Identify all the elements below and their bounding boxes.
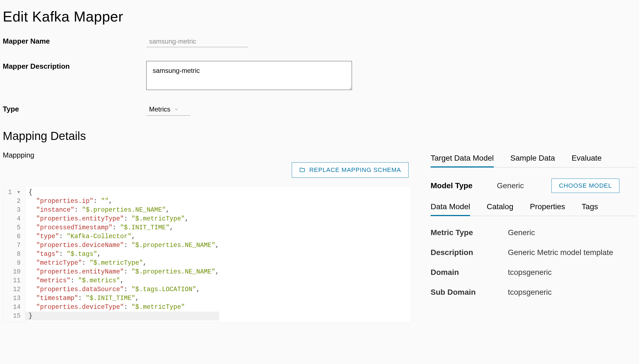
choose-model-button[interactable]: CHOOSE MODEL bbox=[551, 179, 619, 193]
replace-btn-label: REPLACE MAPPING SCHEMA bbox=[309, 166, 401, 174]
editor-gutter: 1 ▾23456789101112131415 bbox=[3, 186, 25, 322]
field-value: Generic bbox=[508, 228, 535, 237]
field-value: tcopsgeneric bbox=[508, 288, 552, 297]
type-value: Metrics bbox=[149, 105, 170, 113]
line-number: 10 bbox=[8, 267, 22, 276]
subtab-tags[interactable]: Tags bbox=[582, 202, 598, 216]
code-line[interactable]: "properties.entityName": "$.properties.N… bbox=[29, 267, 219, 276]
code-line[interactable]: "properties.dataSource": "$.tags.LOCATIO… bbox=[29, 285, 219, 294]
line-number: 2 bbox=[8, 197, 22, 206]
field-label: Metric Type bbox=[431, 228, 508, 237]
page-title: Edit Kafka Mapper bbox=[3, 8, 636, 25]
field-label: Description bbox=[431, 248, 508, 257]
field-value: tcopsgeneric bbox=[508, 268, 552, 277]
subtab-properties[interactable]: Properties bbox=[530, 202, 565, 216]
data-model-fields: Metric TypeGenericDescriptionGeneric Met… bbox=[431, 228, 636, 297]
subtab-data-model[interactable]: Data Model bbox=[431, 202, 470, 216]
field-value: Generic Metric model template bbox=[508, 248, 613, 257]
code-line[interactable]: { bbox=[29, 188, 219, 197]
line-number: 6 bbox=[8, 232, 22, 241]
subtabs: Data ModelCatalogPropertiesTags bbox=[431, 202, 636, 216]
field-row: DescriptionGeneric Metric model template bbox=[431, 248, 636, 257]
line-number: 13 bbox=[8, 294, 22, 303]
line-number: 3 bbox=[8, 206, 22, 214]
code-editor[interactable]: 1 ▾23456789101112131415 { "properties.ip… bbox=[3, 186, 411, 322]
model-type-value: Generic bbox=[497, 181, 524, 190]
type-label: Type bbox=[3, 104, 146, 113]
line-number: 1 ▾ bbox=[8, 188, 22, 197]
folder-icon bbox=[299, 167, 305, 173]
mapping-details-title: Mapping Details bbox=[3, 129, 636, 143]
line-number: 15 bbox=[8, 312, 22, 320]
code-line[interactable]: "type": "Kafka-Collector", bbox=[29, 232, 219, 241]
model-type-label: Model Type bbox=[431, 181, 478, 190]
code-line[interactable]: "metrics": "$.metrics", bbox=[29, 276, 219, 285]
field-label: Sub Domain bbox=[431, 288, 508, 297]
code-line[interactable]: "instance": "$.properties.NE_NAME", bbox=[29, 206, 219, 214]
line-number: 9 bbox=[8, 259, 22, 267]
subtab-catalog[interactable]: Catalog bbox=[487, 202, 513, 216]
mapper-name-input[interactable] bbox=[146, 36, 248, 47]
line-number: 4 bbox=[8, 214, 22, 223]
type-select[interactable]: Metrics bbox=[146, 104, 190, 116]
line-number: 7 bbox=[8, 241, 22, 250]
mapper-desc-label: Mapper Description bbox=[3, 61, 146, 71]
mapping-sublabel: Mappping bbox=[3, 151, 411, 160]
code-line[interactable]: "properties.entityType": "$.metricType", bbox=[29, 214, 219, 223]
replace-mapping-schema-button[interactable]: REPLACE MAPPING SCHEMA bbox=[292, 162, 409, 178]
code-line[interactable]: } bbox=[25, 312, 219, 320]
mapper-name-label: Mapper Name bbox=[3, 36, 146, 46]
field-row: Sub Domaintcopsgeneric bbox=[431, 288, 636, 297]
line-number: 11 bbox=[8, 276, 22, 285]
code-line[interactable]: "properties.ip": "", bbox=[29, 197, 219, 206]
field-row: Metric TypeGeneric bbox=[431, 228, 636, 237]
field-label: Domain bbox=[431, 268, 508, 277]
line-number: 12 bbox=[8, 285, 22, 294]
chevron-down-icon bbox=[174, 105, 179, 113]
right-tabs: Target Data ModelSample DataEvaluate bbox=[431, 154, 636, 168]
tab-evaluate[interactable]: Evaluate bbox=[572, 154, 602, 167]
field-row: Domaintcopsgeneric bbox=[431, 268, 636, 277]
code-line[interactable]: "metricType": "$.metricType", bbox=[29, 259, 219, 267]
code-line[interactable]: "properties.deviceName": "$.properties.N… bbox=[29, 241, 219, 250]
code-line[interactable]: "tags": "$.tags", bbox=[29, 250, 219, 259]
code-line[interactable]: "properties.deviceType": "$.metricType" bbox=[29, 303, 219, 312]
line-number: 8 bbox=[8, 250, 22, 259]
code-line[interactable]: "processedTimestamp": "$.INIT_TIME", bbox=[29, 223, 219, 232]
tab-sample-data[interactable]: Sample Data bbox=[510, 154, 555, 167]
editor-code[interactable]: { "properties.ip": "", "instance": "$.pr… bbox=[25, 186, 222, 322]
code-line[interactable]: "timestamp": "$.INIT_TIME", bbox=[29, 294, 219, 303]
line-number: 14 bbox=[8, 303, 22, 312]
line-number: 5 bbox=[8, 223, 22, 232]
tab-target-data-model[interactable]: Target Data Model bbox=[431, 154, 494, 168]
mapper-desc-textarea[interactable] bbox=[146, 61, 352, 90]
